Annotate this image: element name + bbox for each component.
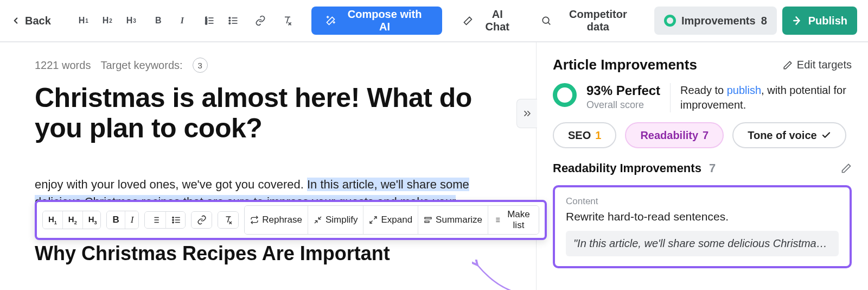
section-title: Readability Improvements 7 <box>553 161 716 175</box>
expand-label: Expand <box>381 215 412 225</box>
progress-ring-icon <box>664 15 676 27</box>
summarize-icon <box>424 216 432 224</box>
back-button[interactable]: Back <box>5 11 56 30</box>
svg-point-24 <box>173 222 174 223</box>
section-count: 7 <box>709 161 716 175</box>
magic-wand-icon <box>463 15 474 26</box>
pencil-icon <box>783 60 793 70</box>
float-h3-button[interactable]: H3 <box>83 211 101 229</box>
target-keywords-count[interactable]: 3 <box>193 58 208 73</box>
simplify-icon <box>314 216 322 224</box>
publish-button[interactable]: Publish <box>782 7 857 35</box>
heading-h1-button[interactable]: H1 <box>73 9 94 32</box>
svg-point-22 <box>173 217 174 218</box>
collapse-panel-button[interactable] <box>516 99 537 128</box>
heading-h2-button[interactable]: H2 <box>97 9 118 32</box>
unordered-list-icon <box>228 15 239 26</box>
clear-format-icon <box>224 215 233 225</box>
improvements-panel: Article Improvements Edit targets 93% Pe… <box>536 42 868 290</box>
rephrase-icon <box>250 216 259 224</box>
competitor-data-button[interactable]: Competitor data <box>531 7 649 35</box>
svg-text:3: 3 <box>205 22 207 25</box>
svg-point-10 <box>229 20 231 22</box>
ordered-list-icon <box>150 215 160 225</box>
link-icon <box>197 215 207 225</box>
svg-line-30 <box>370 220 373 223</box>
ai-chat-label: AI Chat <box>478 8 516 33</box>
tab-readability[interactable]: Readability 7 <box>625 122 724 148</box>
ordered-list-icon: 123 <box>204 15 215 26</box>
svg-line-27 <box>318 217 321 219</box>
float-italic-button[interactable]: I <box>125 211 139 229</box>
back-label: Back <box>25 15 51 27</box>
section-edit-button[interactable] <box>841 163 852 174</box>
make-list-label: Make list <box>504 209 533 231</box>
article-heading-2[interactable]: Why Christmas Recipes Are Important <box>35 242 509 265</box>
heading-h3-button[interactable]: H3 <box>120 9 142 32</box>
ai-chat-button[interactable]: AI Chat <box>453 7 526 35</box>
search-icon <box>541 15 552 26</box>
simplify-button[interactable]: Simplify <box>308 206 364 234</box>
svg-point-9 <box>229 17 231 19</box>
improvements-count: 8 <box>761 15 767 27</box>
make-list-button[interactable]: Make list <box>488 206 539 234</box>
score-ring-icon <box>553 83 577 107</box>
compose-with-ai-button[interactable]: Compose with AI <box>311 7 442 35</box>
target-keywords-label: Target keywords: <box>100 59 182 72</box>
simplify-label: Simplify <box>326 215 358 225</box>
tab-readability-count: 7 <box>703 129 709 142</box>
float-unordered-list-button[interactable] <box>166 212 186 228</box>
overall-score: 93% Perfect <box>586 83 660 98</box>
float-ordered-list-button[interactable] <box>145 212 166 228</box>
rephrase-label: Rephrase <box>262 215 302 225</box>
magic-wand-icon <box>326 15 336 26</box>
expand-button[interactable]: Expand <box>363 206 418 234</box>
rephrase-button[interactable]: Rephrase <box>245 206 308 234</box>
chevrons-right-icon <box>522 108 533 119</box>
overall-score-label: Overall score <box>586 99 660 111</box>
summarize-label: Summarize <box>436 215 482 225</box>
edit-targets-button[interactable]: Edit targets <box>783 59 852 71</box>
unordered-list-button[interactable] <box>222 9 244 32</box>
article-title[interactable]: Christmas is almost here! What do you pl… <box>35 83 509 143</box>
svg-line-28 <box>315 220 317 223</box>
improvement-card[interactable]: Content Rewrite hard-to-read sentences. … <box>553 185 852 268</box>
publish-link[interactable]: publish <box>727 84 761 96</box>
link-button[interactable] <box>250 9 271 32</box>
svg-line-29 <box>374 217 377 219</box>
float-h1-button[interactable]: H1 <box>43 211 63 229</box>
float-h2-button[interactable]: H2 <box>63 211 83 229</box>
svg-rect-31 <box>425 217 431 219</box>
summarize-button[interactable]: Summarize <box>418 206 488 234</box>
check-icon <box>821 130 831 140</box>
score-description: Ready to publish, with potential for imp… <box>670 83 852 112</box>
tab-tone-label: Tone of voice <box>748 129 816 142</box>
float-bold-button[interactable]: B <box>107 211 125 229</box>
improvements-label: Improvements <box>681 15 756 27</box>
arrow-left-icon <box>11 16 21 26</box>
selection-toolbar: H1 H2 H3 B I Rephrase <box>35 200 547 240</box>
tab-readability-label: Readability <box>640 129 698 142</box>
tip-text: Rewrite hard-to-read sentences. <box>566 210 839 223</box>
paragraph-prefix: enjoy with your loved ones, we've got yo… <box>35 178 307 191</box>
svg-point-11 <box>229 23 231 24</box>
unordered-list-icon <box>171 215 181 225</box>
float-clear-format-button[interactable] <box>218 212 239 228</box>
svg-point-14 <box>542 17 548 23</box>
tab-tone[interactable]: Tone of voice <box>732 122 846 148</box>
competitor-label: Competitor data <box>557 8 639 33</box>
ordered-list-button[interactable]: 123 <box>199 9 220 32</box>
svg-line-15 <box>548 22 550 24</box>
pencil-icon <box>841 163 852 174</box>
publish-label: Publish <box>808 15 847 27</box>
edit-targets-label: Edit targets <box>797 59 852 71</box>
clear-formatting-button[interactable] <box>277 9 298 32</box>
compose-label: Compose with AI <box>342 8 428 33</box>
italic-button[interactable]: I <box>171 9 193 32</box>
svg-point-23 <box>173 219 174 220</box>
tab-seo[interactable]: SEO 1 <box>553 122 616 148</box>
bold-button[interactable]: B <box>148 9 169 32</box>
improvements-button[interactable]: Improvements 8 <box>654 7 777 35</box>
arrow-right-icon <box>792 15 803 26</box>
float-link-button[interactable] <box>192 212 212 228</box>
